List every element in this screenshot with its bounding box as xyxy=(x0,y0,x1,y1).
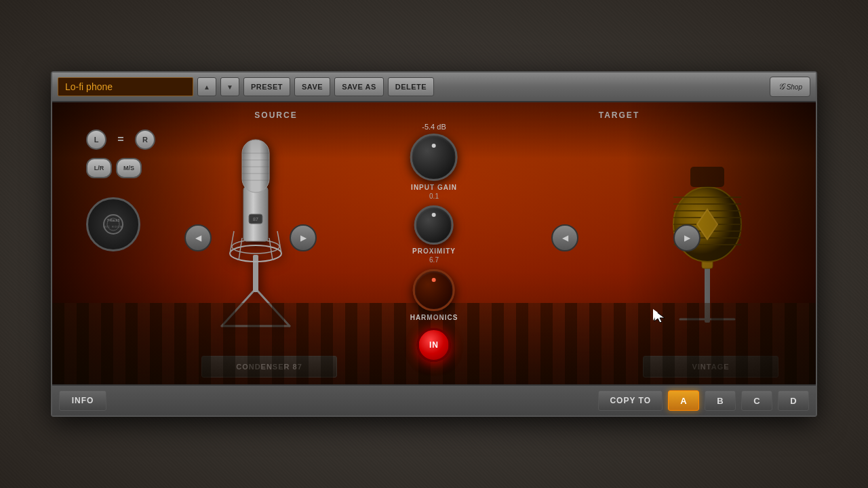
channel-r-button[interactable]: R xyxy=(135,129,155,150)
bottom-bar: INFO COPY TO A B C D xyxy=(52,384,816,415)
svg-text:T-RackS: T-RackS xyxy=(107,218,121,222)
channel-equals: = xyxy=(111,129,131,150)
save-as-button[interactable]: SAVE AS xyxy=(334,77,384,96)
channel-lr-row: L = R xyxy=(86,129,155,150)
target-play-button[interactable]: ▶ xyxy=(673,224,701,251)
proximity-knob[interactable] xyxy=(414,205,454,245)
save-button[interactable]: SAVE xyxy=(294,77,330,96)
slot-b-button[interactable]: B xyxy=(705,390,736,411)
top-bar: ▲ ▼ PRESET SAVE SAVE AS DELETE 𝒢 Shop xyxy=(52,73,816,102)
target-play-icon: ▶ xyxy=(684,233,690,243)
info-button[interactable]: INFO xyxy=(59,390,106,411)
harmonics-label: HARMONICS xyxy=(410,314,458,321)
target-back-icon: ◀ xyxy=(562,233,568,243)
svg-text:MIC ROOM: MIC ROOM xyxy=(104,225,123,228)
t-racks-logo: T-RackS MIC ROOM xyxy=(86,197,140,251)
shop-label: 𝒢 Shop xyxy=(778,81,802,92)
ms-mode-button[interactable]: M/S xyxy=(116,158,142,178)
nav-up-icon: ▲ xyxy=(203,83,210,91)
input-gain-section: INPUT GAIN 0.1 xyxy=(410,134,458,204)
source-back-icon: ◀ xyxy=(195,233,201,243)
harmonics-section: HARMONICS xyxy=(410,269,458,321)
source-play-button[interactable]: ▶ xyxy=(290,224,317,251)
proximity-label: PROXIMITY xyxy=(412,247,456,255)
nav-down-icon: ▼ xyxy=(226,83,233,91)
plugin-window: ▲ ▼ PRESET SAVE SAVE AS DELETE 𝒢 Shop SO… xyxy=(51,71,817,417)
slot-a-button[interactable]: A xyxy=(668,390,699,411)
svg-rect-15 xyxy=(242,140,269,192)
target-back-button[interactable]: ◀ xyxy=(551,224,578,251)
preset-button[interactable]: PRESET xyxy=(243,77,290,96)
left-controls: L = R L/R M/S xyxy=(86,129,155,251)
lr-mode-button[interactable]: L/R xyxy=(86,158,112,178)
svg-text:87: 87 xyxy=(253,217,258,222)
harmonics-indicator xyxy=(432,278,436,282)
input-gain-knob[interactable] xyxy=(410,134,458,181)
nav-down-button[interactable]: ▼ xyxy=(220,77,239,96)
channel-mode-row: L/R M/S xyxy=(86,158,155,178)
shop-logo[interactable]: 𝒢 Shop xyxy=(770,77,810,97)
harmonics-knob[interactable] xyxy=(413,269,455,311)
proximity-section: PROXIMITY 6.7 xyxy=(412,205,456,268)
target-mic-area xyxy=(639,109,775,326)
db-label: -5.4 dB xyxy=(422,123,446,131)
slot-c-button[interactable]: C xyxy=(741,390,772,411)
preset-name-input[interactable] xyxy=(58,77,193,96)
delete-button[interactable]: DELETE xyxy=(388,77,434,96)
target-mic-image xyxy=(653,129,762,326)
knob-indicator xyxy=(432,144,436,148)
source-mic-area: 87 xyxy=(188,113,323,329)
source-back-button[interactable]: ◀ xyxy=(184,224,212,251)
center-controls: -5.4 dB INPUT GAIN 0.1 PROXIMITY 6.7 xyxy=(410,123,458,362)
nav-up-button[interactable]: ▲ xyxy=(197,77,216,96)
input-gain-label: INPUT GAIN xyxy=(411,184,457,191)
proximity-indicator xyxy=(432,213,436,217)
proximity-value: 6.7 xyxy=(429,256,439,264)
copy-to-button[interactable]: COPY TO xyxy=(598,390,663,411)
slot-d-button[interactable]: D xyxy=(778,390,809,411)
svg-rect-37 xyxy=(690,167,724,187)
main-area: SOURCE TARGET L = R xyxy=(52,102,816,384)
channel-l-button[interactable]: L xyxy=(86,129,106,150)
source-play-icon: ▶ xyxy=(300,233,307,243)
in-button[interactable]: IN xyxy=(417,328,451,362)
input-gain-value: 0.1 xyxy=(429,192,439,200)
svg-rect-7 xyxy=(253,255,258,292)
